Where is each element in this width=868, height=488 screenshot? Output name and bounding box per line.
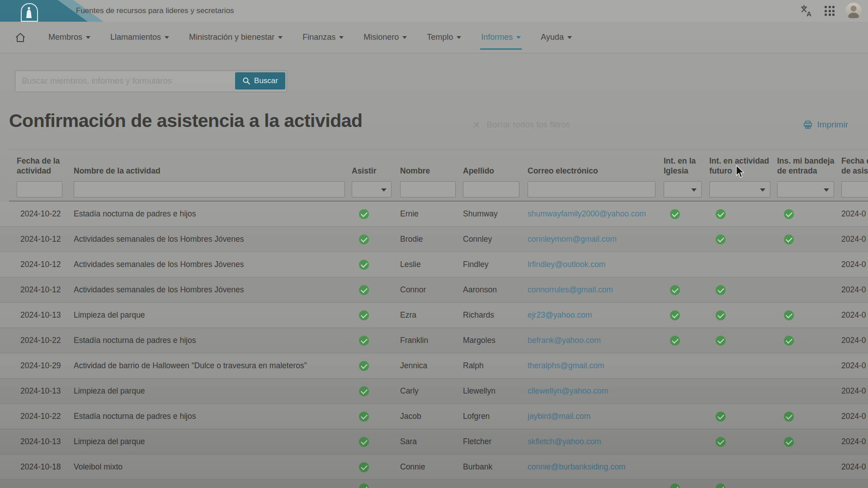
attendance-date-cell: 2024-0 [841, 277, 868, 303]
chevron-down-icon [691, 188, 697, 192]
col-header-activity-name[interactable]: Nombre de la actividad [74, 166, 327, 176]
email-link[interactable]: befrank@yahoo.com [528, 328, 663, 353]
attend-check-icon [359, 235, 369, 244]
attend-check-icon [359, 361, 369, 371]
activity-name-cell: Actividades semanales de los Hombres Jóv… [74, 277, 349, 303]
activity-name-cell: Voleibol mixto [74, 455, 349, 480]
col-header-attend[interactable]: Asistir [352, 166, 388, 176]
inbox-check-icon [784, 412, 794, 422]
nav-item-ayuda[interactable]: Ayuda [541, 33, 572, 42]
attendance-date-cell: 2024-0 [841, 252, 868, 277]
christus-arch-icon [21, 3, 38, 22]
email-link[interactable]: connie@burbanksiding.com [528, 455, 663, 480]
attendance-date-cell: 2024-0 [841, 303, 868, 328]
table-row: 2024-10-22Estadía nocturna de padres e h… [0, 202, 868, 227]
search-input[interactable] [15, 71, 241, 91]
email-link[interactable]: skfletch@yahoo.com [528, 429, 663, 455]
printer-icon [803, 120, 813, 130]
col-header-email[interactable]: Correo electrónico [528, 166, 656, 176]
nav-label: Ayuda [541, 33, 564, 42]
last-name-cell: Shumway [463, 202, 524, 227]
filter-activity-date-input[interactable] [17, 181, 62, 197]
filter-future-activity-select[interactable] [709, 181, 770, 197]
activity-date-cell: 2024-10-13 [20, 379, 70, 404]
first-name-cell: Jennica [400, 353, 459, 379]
attendance-date-cell: 2024-0 [841, 404, 868, 429]
activity-name-cell: Actividades semanales de los Hombres Jóv… [74, 252, 349, 277]
col-header-church-interest[interactable]: Int. en la Iglesia [664, 156, 703, 176]
screen: Fuentes de recursos para lideres y secre… [0, 0, 868, 488]
future-activity-check-icon [716, 336, 726, 346]
email-link[interactable]: connleymom@gmail.com [528, 227, 663, 252]
attend-check-icon [359, 412, 369, 422]
email-link[interactable]: connorrules@gmail.com [528, 277, 663, 303]
table-row: 2024-10-22Estadía nocturna de padres e h… [0, 404, 868, 429]
nav-item-membros[interactable]: Membros [48, 33, 90, 42]
attendance-date-cell: 2024-0 [841, 353, 868, 379]
first-name-cell: Franklin [400, 328, 459, 353]
filter-church-interest-select[interactable] [664, 181, 702, 197]
col-header-inbox[interactable]: Ins. mi bandeja de entrada [777, 156, 837, 176]
filter-inbox-select[interactable] [777, 181, 834, 197]
activity-name-cell: Limpieza del parque [74, 303, 349, 328]
email-link[interactable]: shumwayfamily2000@yahoo.com [528, 202, 663, 227]
future-activity-check-icon [716, 235, 726, 244]
nav-item-templo[interactable]: Templo [427, 33, 461, 42]
home-icon[interactable] [15, 32, 26, 43]
col-header-last-name[interactable]: Apellido [463, 166, 519, 176]
chevron-down-icon [165, 36, 169, 39]
apps-grid-icon[interactable] [825, 6, 835, 16]
activity-date-cell: 2024-10-18 [20, 455, 70, 480]
nav-label: Templo [427, 33, 453, 42]
nav-item-ministracion[interactable]: Ministración y bienestar [189, 33, 283, 42]
email-link[interactable]: cllewellyn@yahoo.com [528, 379, 663, 404]
translate-icon[interactable]: A [800, 4, 814, 18]
activity-date-cell: 2024-10-12 [20, 277, 70, 303]
filter-email-input[interactable] [528, 181, 656, 197]
search-button[interactable]: Buscar [235, 72, 285, 89]
attend-check-icon [359, 260, 369, 270]
nav-item-misionero[interactable]: Misionero [363, 33, 407, 42]
email-link[interactable]: lrfindley@outlook.com [528, 252, 663, 277]
filter-first-name-input[interactable] [400, 181, 456, 197]
nav-item-llamamientos[interactable]: Llamamientos [110, 33, 169, 42]
user-avatar[interactable] [845, 3, 862, 19]
chevron-down-icon [278, 36, 283, 39]
top-icons: A [800, 0, 862, 22]
filter-attendance-date-input[interactable] [841, 181, 868, 197]
email-link[interactable]: ejr23@yahoo.com [528, 303, 663, 328]
email-link[interactable]: jaybird@mail.com [528, 404, 663, 429]
last-name-cell: Richards [463, 303, 524, 328]
activity-date-cell: 2024-10-13 [20, 429, 70, 455]
search-icon [242, 77, 250, 85]
attend-check-icon [359, 285, 369, 295]
table-body: 2024-10-22Estadía nocturna de padres e h… [0, 202, 868, 480]
future-activity-check-icon [716, 310, 726, 320]
filter-activity-name-input[interactable] [74, 181, 345, 197]
col-header-attendance-date[interactable]: Fecha d de asist [841, 156, 868, 176]
mouse-cursor [735, 165, 747, 181]
nav-label: Informes [481, 33, 513, 42]
partial-table-row [0, 480, 868, 488]
future-activity-check-icon [716, 209, 726, 219]
clipped-header-line2: de asist [841, 166, 868, 175]
col-header-first-name[interactable]: Nombre [400, 166, 454, 176]
nav-item-finanzas[interactable]: Finanzas [302, 33, 344, 42]
first-name-cell: Ezra [400, 303, 459, 328]
filter-last-name-input[interactable] [463, 181, 519, 197]
attendance-date-cell: 2024-0 [841, 328, 868, 353]
nav-item-informes[interactable]: Informes [481, 33, 521, 42]
chevron-down-icon [516, 36, 521, 39]
col-header-activity-date[interactable]: Fecha de la actividad [17, 156, 64, 176]
attend-check-icon [359, 336, 369, 346]
chevron-down-icon [760, 188, 765, 192]
filter-attend-select[interactable] [352, 181, 392, 197]
email-link[interactable]: theralphs@gmail.com [528, 353, 663, 379]
svg-text:A: A [807, 10, 811, 18]
clipped-header-line1: Fecha d [841, 156, 868, 165]
clear-filters-button[interactable]: ✕ Borrar todos los filtros [472, 117, 570, 132]
activity-name-cell: Estadía nocturna de padres e hijos [74, 202, 349, 227]
church-interest-check-icon [670, 483, 680, 488]
nav-label: Membros [48, 33, 82, 42]
print-button[interactable]: Imprimir [803, 117, 848, 132]
